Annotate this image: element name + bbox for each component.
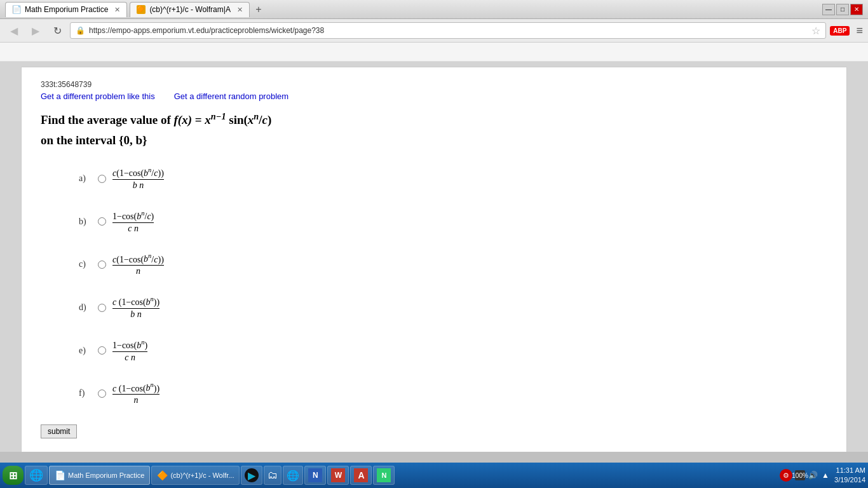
minimize-button[interactable]: — [822,4,835,15]
tab-label-2: (cb)^(r+1)/c - Wolfram|A [149,5,231,14]
main-content: 333t:35648739 Get a different problem li… [0,62,868,452]
back-button[interactable]: ◀ [5,22,23,39]
abp-badge[interactable]: ABP [830,26,850,36]
nav-bar: ◀ ▶ ↻ 🔒 https://empo-apps.emporium.vt.ed… [0,19,868,42]
page-frame: 333t:35648739 Get a different problem li… [21,67,847,452]
choice-label-b: b) [79,217,98,227]
address-bar[interactable]: 🔒 https://empo-apps.emporium.vt.edu/prac… [70,22,826,39]
choice-radio-b[interactable] [98,217,106,226]
choice-math-b: 1−cos(bn/c) c n [112,210,154,234]
links-row: Get a different problem like this Get a … [41,92,827,101]
link-same-problem[interactable]: Get a different problem like this [41,92,155,101]
tab-wolfram[interactable]: 🔶 (cb)^(r+1)/c - Wolfram|A ✕ [130,2,250,17]
choices-container: a) c(1−cos(bn/c)) b n b) 1−cos(bn/c) c n [79,166,827,405]
choice-label-c: c) [79,259,98,269]
problem-statement: Find the average value of f(x) = xn−1 si… [41,111,827,127]
choice-math-e: 1−cos(bn) c n [112,339,147,363]
choice-math-a: c(1−cos(bn/c)) b n [112,166,164,191]
close-button[interactable]: ✕ [850,4,863,15]
choice-radio-c[interactable] [98,261,106,269]
choice-label-f: f) [79,388,98,398]
choice-row-f: f) c (1−cos(bn)) n [79,382,827,406]
title-bar: 📄 Math Emporium Practice ✕ 🔶 (cb)^(r+1)/… [0,0,868,19]
url-text: https://empo-apps.emporium.vt.edu/practi… [89,26,324,35]
tab-favicon-1: 📄 [12,5,21,14]
problem-id: 333t:35648739 [41,80,827,89]
forward-button[interactable]: ▶ [27,22,44,39]
tab-close-2[interactable]: ✕ [237,6,243,14]
choice-math-f: c (1−cos(bn)) n [112,382,159,406]
bookmarks-toolbar [0,43,868,62]
submit-button[interactable]: submit [41,424,77,438]
ssl-lock-icon: 🔒 [76,26,85,35]
window-controls: — □ ✕ [822,4,863,15]
link-random-problem[interactable]: Get a different random problem [174,92,288,101]
choice-label-a: a) [79,173,98,184]
choice-radio-e[interactable] [98,346,106,355]
choice-row-d: d) c (1−cos(bn)) b n [79,295,827,320]
submit-area: submit [41,424,827,438]
tab-math-emporium[interactable]: 📄 Math Emporium Practice ✕ [5,2,127,17]
choice-row-c: c) c(1−cos(bn/c)) n [79,253,827,277]
bookmark-star-icon[interactable]: ☆ [811,25,820,37]
browser-menu-button[interactable]: ≡ [856,24,863,37]
choice-math-d: c (1−cos(bn)) b n [112,295,159,320]
choice-row-a: a) c(1−cos(bn/c)) b n [79,166,827,191]
choice-radio-d[interactable] [98,304,106,312]
choice-math-c: c(1−cos(bn/c)) n [112,253,164,277]
tab-label-1: Math Emporium Practice [25,5,108,14]
maximize-button[interactable]: □ [836,4,849,15]
choice-row-e: e) 1−cos(bn) c n [79,339,827,363]
refresh-button[interactable]: ↻ [48,22,66,39]
tab-close-1[interactable]: ✕ [114,6,120,14]
choice-label-d: d) [79,302,98,313]
choice-label-e: e) [79,346,98,356]
choice-radio-f[interactable] [98,390,106,398]
browser-chrome: ◀ ▶ ↻ 🔒 https://empo-apps.emporium.vt.ed… [0,19,868,43]
tab-favicon-2: 🔶 [137,5,146,14]
choice-radio-a[interactable] [98,175,106,183]
new-tab-button[interactable]: + [252,3,265,16]
choice-row-b: b) 1−cos(bn/c) c n [79,210,827,234]
problem-interval: on the interval {0, b} [41,133,827,147]
